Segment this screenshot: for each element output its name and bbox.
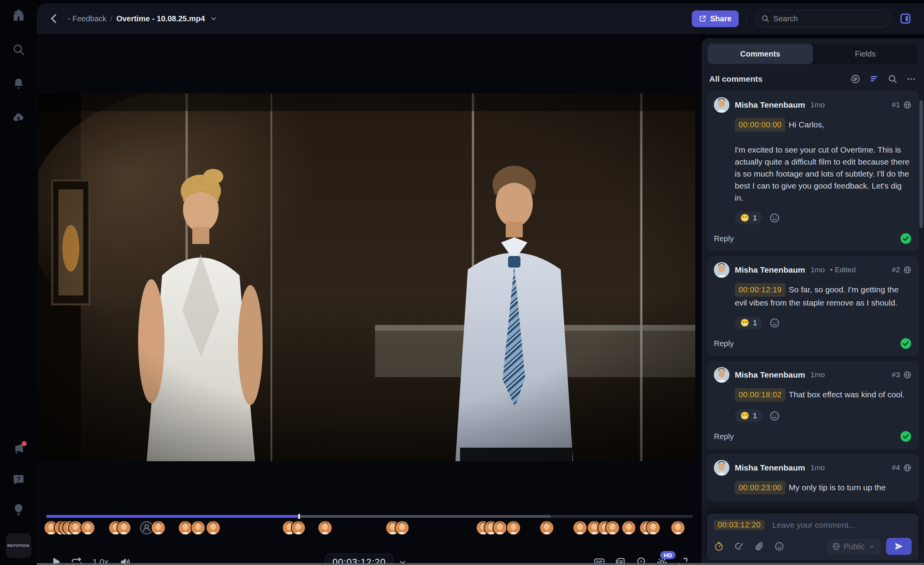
help-bubble-icon[interactable]: ? bbox=[12, 473, 25, 486]
reaction-pill[interactable]: 😁 1 bbox=[735, 316, 762, 329]
add-reaction-icon[interactable] bbox=[769, 410, 780, 421]
comment-marker[interactable] bbox=[573, 521, 587, 534]
breadcrumb-folder[interactable]: - Feedback bbox=[68, 14, 106, 23]
comment-timestamp-chip[interactable]: 00:00:00:00 bbox=[735, 118, 785, 132]
panel-scrollbar[interactable] bbox=[919, 100, 923, 228]
send-plane-icon bbox=[894, 542, 903, 551]
tab-fields[interactable]: Fields bbox=[813, 44, 918, 64]
comment-marker[interactable] bbox=[647, 521, 660, 534]
comments-filter-label[interactable]: All comments bbox=[709, 74, 763, 84]
announcements-megaphone-icon[interactable] bbox=[12, 443, 25, 456]
sort-filter-icon[interactable] bbox=[869, 74, 879, 84]
reaction-count: 1 bbox=[753, 319, 757, 327]
avatar bbox=[714, 460, 729, 476]
comment-marker[interactable] bbox=[81, 521, 94, 534]
notifications-bell-icon[interactable] bbox=[12, 77, 25, 90]
add-reaction-icon[interactable] bbox=[769, 213, 780, 223]
comment-text: That box effect was kind of cool. bbox=[789, 390, 905, 399]
search-input[interactable] bbox=[773, 14, 884, 23]
comment-marker[interactable] bbox=[606, 521, 619, 534]
avatar bbox=[714, 367, 729, 383]
comment-author[interactable]: Misha Tenenbaum bbox=[735, 463, 805, 472]
avatar bbox=[714, 262, 729, 278]
comment-author[interactable]: Misha Tenenbaum bbox=[735, 265, 805, 275]
hd-quality-badge[interactable]: HD bbox=[660, 551, 676, 559]
reaction-emoji: 😁 bbox=[740, 318, 749, 327]
resolve-check-button[interactable] bbox=[900, 233, 912, 244]
comment-display-options-icon[interactable] bbox=[850, 74, 861, 84]
share-button[interactable]: Share bbox=[692, 10, 739, 27]
back-button[interactable] bbox=[48, 12, 61, 25]
video-frame[interactable] bbox=[38, 93, 695, 461]
comment-marker[interactable] bbox=[207, 521, 220, 534]
editstock-logo-label: EDITSTOCK bbox=[7, 544, 29, 548]
comment-marker[interactable] bbox=[493, 521, 506, 534]
comment-number: #4 bbox=[892, 464, 900, 472]
emoji-picker-icon[interactable] bbox=[774, 541, 784, 551]
asset-title[interactable]: Overtime - 10.08.25.mp4 bbox=[116, 14, 205, 23]
comment-marker[interactable] bbox=[671, 521, 684, 534]
comment-marker[interactable] bbox=[69, 521, 82, 534]
comment-marker[interactable] bbox=[507, 521, 520, 534]
reply-button[interactable]: Reply bbox=[714, 432, 734, 441]
comment-author[interactable]: Misha Tenenbaum bbox=[735, 100, 805, 110]
comment-marker[interactable] bbox=[292, 521, 305, 534]
comment-timestamp-chip[interactable]: 00:00:12:19 bbox=[735, 283, 785, 297]
comment-marker[interactable] bbox=[540, 521, 553, 534]
timestamp-toggle-icon[interactable] bbox=[714, 541, 724, 551]
comment-card[interactable]: Misha Tenenbaum 1mo #1 bbox=[707, 91, 919, 251]
reaction-pill[interactable]: 😁 1 bbox=[735, 211, 762, 224]
comment-author[interactable]: Misha Tenenbaum bbox=[735, 370, 805, 380]
resolve-check-button[interactable] bbox=[900, 431, 912, 442]
send-comment-button[interactable] bbox=[886, 538, 912, 555]
comment-marker[interactable] bbox=[622, 521, 635, 534]
draw-annotation-icon[interactable] bbox=[734, 541, 744, 551]
panel-toggle-icon[interactable] bbox=[899, 12, 912, 25]
editstock-logo[interactable]: EDITSTOCK bbox=[6, 533, 31, 558]
more-options-icon[interactable] bbox=[906, 74, 916, 84]
comment-marker[interactable] bbox=[117, 521, 130, 534]
search-box[interactable] bbox=[755, 10, 891, 27]
home-icon[interactable] bbox=[12, 9, 25, 22]
reaction-count: 1 bbox=[753, 214, 757, 222]
breadcrumb: - Feedback / Overtime - 10.08.25.mp4 bbox=[68, 14, 217, 23]
comment-marker[interactable] bbox=[318, 521, 332, 534]
playhead[interactable] bbox=[298, 514, 300, 519]
comment-card[interactable]: Misha Tenenbaum 1mo • Edited #2 bbox=[707, 256, 919, 356]
lightbulb-icon[interactable] bbox=[12, 503, 25, 516]
resolve-check-button[interactable] bbox=[900, 338, 912, 349]
comments-header: All comments bbox=[702, 64, 924, 91]
attachment-paperclip-icon[interactable] bbox=[754, 541, 764, 551]
add-reaction-icon[interactable] bbox=[769, 318, 780, 328]
visibility-dropdown[interactable]: Public bbox=[826, 539, 881, 555]
comment-card[interactable]: Misha Tenenbaum 1mo #4 bbox=[707, 454, 919, 501]
public-globe-icon bbox=[903, 464, 912, 472]
reaction-pill[interactable]: 😁 1 bbox=[735, 409, 762, 422]
comment-composer: 00:03:12:20 bbox=[707, 513, 919, 560]
comment-marker[interactable] bbox=[179, 521, 192, 534]
comment-timestamp-chip[interactable]: 00:00:18:02 bbox=[735, 388, 785, 402]
comment-number: #2 bbox=[892, 266, 900, 274]
composer-timestamp-chip[interactable]: 00:03:12:20 bbox=[714, 520, 765, 530]
reply-button[interactable]: Reply bbox=[714, 339, 734, 348]
tab-comments[interactable]: Comments bbox=[708, 44, 813, 64]
comment-marker[interactable] bbox=[395, 521, 409, 534]
upload-cloud-icon[interactable] bbox=[12, 111, 25, 124]
title-chevron-down-icon[interactable] bbox=[210, 15, 217, 22]
comment-marker[interactable] bbox=[192, 521, 205, 534]
comment-marker[interactable] bbox=[152, 521, 165, 534]
timeline-scrubber[interactable] bbox=[46, 515, 693, 518]
comment-marker[interactable] bbox=[140, 521, 153, 534]
svg-text:?: ? bbox=[16, 476, 20, 483]
search-comments-icon[interactable] bbox=[888, 74, 898, 84]
comment-input[interactable] bbox=[772, 520, 912, 530]
comment-card[interactable]: Misha Tenenbaum 1mo #3 bbox=[707, 361, 919, 449]
comment-number: #3 bbox=[892, 371, 900, 379]
search-nav-icon[interactable] bbox=[12, 43, 25, 56]
comment-text: Hi Carlos, bbox=[789, 120, 824, 129]
public-globe-icon bbox=[903, 101, 912, 109]
share-icon bbox=[699, 15, 707, 22]
reaction-emoji: 😁 bbox=[740, 411, 749, 420]
reply-button[interactable]: Reply bbox=[714, 234, 734, 243]
comment-timestamp-chip[interactable]: 00:00:23:00 bbox=[735, 481, 785, 495]
